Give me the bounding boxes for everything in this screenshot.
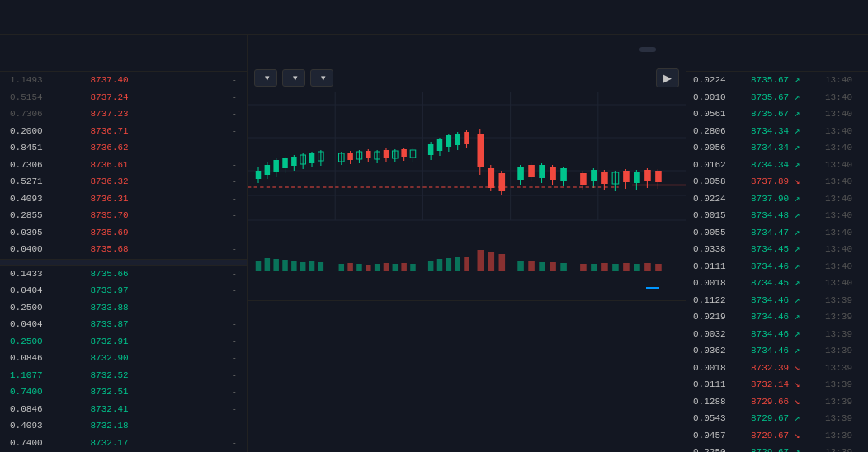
tab-depth-chart[interactable] bbox=[659, 47, 676, 52]
order-book-panel: 1.14938737.40-0.51548737.24-0.73068737.2… bbox=[0, 35, 248, 452]
tab-fills[interactable] bbox=[663, 284, 676, 289]
sell-price: 8737.23 bbox=[91, 107, 172, 121]
svg-rect-113 bbox=[539, 262, 545, 271]
sell-size: 0.8451 bbox=[10, 141, 91, 155]
sell-size: 1.1493 bbox=[10, 73, 91, 87]
trade-size: 0.0224 bbox=[693, 73, 751, 87]
sell-price: 8737.24 bbox=[91, 91, 172, 105]
svg-rect-87 bbox=[265, 258, 271, 271]
svg-rect-44 bbox=[428, 144, 434, 155]
sell-mysize: - bbox=[171, 141, 237, 155]
svg-rect-120 bbox=[623, 263, 630, 271]
trade-time: 13:39 bbox=[825, 344, 858, 358]
svg-rect-40 bbox=[401, 149, 407, 157]
trade-history-row: 0.02248735.67 ↗13:40 bbox=[686, 72, 868, 89]
sell-size: 0.2000 bbox=[10, 125, 91, 139]
svg-rect-91 bbox=[300, 262, 306, 271]
svg-rect-36 bbox=[384, 150, 389, 158]
trade-size: 0.0055 bbox=[693, 226, 751, 240]
trade-price: 8729.67 ↗ bbox=[751, 445, 825, 452]
trade-time: 13:39 bbox=[825, 445, 858, 452]
trade-time: 13:40 bbox=[825, 125, 858, 139]
buy-price: 8732.90 bbox=[91, 351, 172, 365]
sell-price: 8735.68 bbox=[91, 242, 172, 257]
svg-rect-104 bbox=[437, 259, 443, 271]
trade-history-row: 0.03628734.46 ↗13:39 bbox=[686, 342, 868, 360]
trade-price: 8734.47 ↗ bbox=[751, 226, 825, 240]
trade-history-title bbox=[686, 35, 868, 64]
trade-history-row: 0.28068734.34 ↗13:40 bbox=[686, 123, 868, 140]
chevron-down-icon: ▾ bbox=[265, 73, 270, 83]
buy-size: 0.4093 bbox=[10, 419, 91, 433]
svg-rect-66 bbox=[550, 167, 556, 180]
trade-size: 0.2806 bbox=[693, 125, 751, 139]
trade-price: 8729.66 ↘ bbox=[751, 395, 825, 409]
sell-mysize: - bbox=[171, 192, 237, 206]
svg-rect-92 bbox=[309, 261, 315, 271]
trade-size: 0.0010 bbox=[693, 91, 751, 105]
trade-size: 0.0032 bbox=[693, 327, 751, 341]
trade-price: 8732.39 ↘ bbox=[751, 361, 825, 375]
trade-size: 0.0056 bbox=[693, 141, 751, 155]
svg-rect-74 bbox=[601, 172, 608, 184]
svg-rect-70 bbox=[580, 173, 587, 185]
svg-rect-111 bbox=[517, 261, 524, 271]
trade-price: 8734.34 ↗ bbox=[751, 125, 825, 139]
svg-rect-123 bbox=[655, 264, 662, 271]
sell-price: 8737.40 bbox=[91, 73, 172, 87]
svg-rect-18 bbox=[291, 157, 297, 166]
tab-open[interactable] bbox=[646, 284, 659, 289]
trade-price: 8735.67 ↗ bbox=[751, 73, 825, 87]
sell-size: 0.0400 bbox=[10, 242, 91, 257]
trade-time: 13:40 bbox=[825, 242, 858, 257]
trade-history-row: 0.00588737.89 ↘13:40 bbox=[686, 173, 868, 191]
svg-rect-114 bbox=[550, 262, 556, 271]
svg-rect-119 bbox=[612, 264, 619, 271]
interval-button[interactable]: ▾ bbox=[254, 69, 277, 87]
buy-size: 0.0846 bbox=[10, 403, 91, 417]
svg-rect-93 bbox=[318, 262, 324, 271]
svg-rect-110 bbox=[499, 254, 506, 271]
chart-type-button[interactable]: ▾ bbox=[282, 69, 305, 87]
sell-size: 0.7306 bbox=[10, 107, 91, 121]
th-col-headers bbox=[686, 64, 868, 72]
order-book-buy-row: 0.04048733.97- bbox=[0, 282, 247, 299]
sell-mysize: - bbox=[171, 91, 237, 105]
svg-rect-10 bbox=[256, 171, 262, 179]
svg-rect-108 bbox=[478, 250, 484, 271]
buy-mysize: - bbox=[171, 284, 237, 298]
trade-history-row: 0.01118734.46 ↗13:40 bbox=[686, 258, 868, 275]
svg-rect-102 bbox=[410, 264, 416, 271]
order-book-buy-row: 0.04048733.87- bbox=[0, 316, 247, 333]
overlay-button[interactable]: ▾ bbox=[310, 69, 333, 87]
sell-price: 8735.70 bbox=[91, 209, 172, 223]
trade-price: 8734.46 ↗ bbox=[751, 344, 825, 358]
trade-time: 13:40 bbox=[825, 73, 858, 87]
sell-mysize: - bbox=[171, 209, 237, 223]
trade-price: 8729.67 ↗ bbox=[751, 412, 825, 426]
svg-rect-58 bbox=[499, 173, 506, 191]
chart-scroll-right[interactable]: ▶ bbox=[656, 68, 679, 87]
sell-size: 0.5154 bbox=[10, 91, 91, 105]
trade-history-row: 0.11228734.46 ↗13:39 bbox=[686, 292, 868, 309]
buy-price: 8732.41 bbox=[91, 403, 172, 417]
tab-price-chart[interactable] bbox=[639, 47, 656, 52]
svg-rect-22 bbox=[309, 153, 315, 163]
trade-size: 0.2250 bbox=[693, 445, 751, 452]
trade-size: 0.0362 bbox=[693, 344, 751, 358]
trade-time: 13:39 bbox=[825, 294, 858, 308]
svg-rect-106 bbox=[455, 257, 460, 271]
trade-history-row: 0.05438729.67 ↗13:39 bbox=[686, 410, 868, 427]
svg-rect-88 bbox=[273, 259, 279, 271]
svg-rect-112 bbox=[528, 261, 535, 271]
order-book-buy-row: 0.14338735.66- bbox=[0, 266, 247, 283]
volume-bars bbox=[248, 246, 686, 271]
trade-time: 13:39 bbox=[825, 310, 858, 324]
order-book-sell-row: 0.51548737.24- bbox=[0, 89, 247, 106]
svg-rect-12 bbox=[265, 165, 271, 175]
trade-history-row: 0.00158734.48 ↗13:40 bbox=[686, 207, 868, 224]
buy-size: 0.1433 bbox=[10, 267, 91, 281]
buy-mysize: - bbox=[171, 385, 237, 399]
buy-mysize: - bbox=[171, 335, 237, 349]
trade-time: 13:40 bbox=[825, 141, 858, 155]
